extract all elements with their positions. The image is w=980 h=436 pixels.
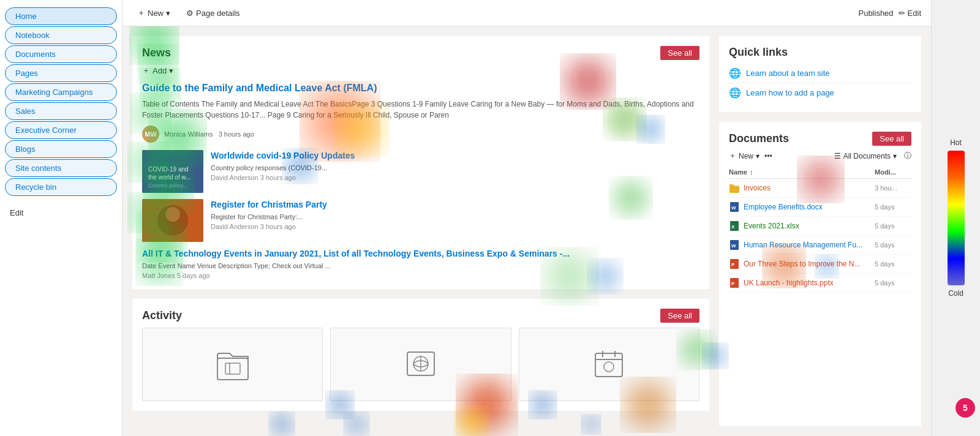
file-icon-5: P xyxy=(729,277,740,288)
list-icon: ☰ xyxy=(834,152,841,160)
docs-info-icon[interactable]: ⓘ xyxy=(904,151,911,161)
news-thumb-1 xyxy=(142,199,203,242)
news-item-title-0[interactable]: Worldwide covid-19 Policy Updates xyxy=(211,150,699,161)
quick-link-item-1[interactable]: 🌐Learn how to add a page xyxy=(729,83,911,102)
content-area: News See all ＋ Add ▾ Guide to the Family… xyxy=(123,26,931,436)
right-column: Quick links 🌐Learn about a team site🌐Lea… xyxy=(719,36,921,426)
documents-section: Documents See all ＋ New ▾ ••• ☰ All Docu… xyxy=(719,122,921,426)
news-item-meta-1: David Anderson 3 hours ago xyxy=(211,223,699,230)
quick-links-title: Quick links xyxy=(729,46,788,59)
svg-text:P: P xyxy=(731,281,735,287)
chevron-down-icon: ▾ xyxy=(756,152,760,160)
sidebar-edit-link[interactable]: Edit xyxy=(0,205,122,221)
page-details-button[interactable]: ⚙ Page details xyxy=(181,6,245,20)
activity-card-1 xyxy=(142,328,323,401)
left-column: News See all ＋ Add ▾ Guide to the Family… xyxy=(132,36,709,426)
featured-article-title[interactable]: Guide to the Family and Medical Leave Ac… xyxy=(142,82,699,95)
sidebar-item-sales[interactable]: Sales xyxy=(5,102,117,120)
pencil-icon: ✏ xyxy=(899,9,905,18)
docs-col-name[interactable]: Name ↕ xyxy=(729,168,875,176)
file-modified-5: 5 days xyxy=(875,279,911,287)
news-item-title-1[interactable]: Register for Christmas Party xyxy=(211,199,699,210)
globe-icon: 🌐 xyxy=(729,67,741,79)
file-icon-0 xyxy=(729,182,740,194)
docs-row-2[interactable]: X Events 2021.xlsx 5 days xyxy=(729,217,911,236)
svg-text:W: W xyxy=(731,205,736,211)
file-modified-1: 5 days xyxy=(875,203,911,211)
quick-link-label: Learn about a team site xyxy=(746,69,830,78)
file-modified-4: 5 days xyxy=(875,260,911,268)
plus-icon: ＋ xyxy=(137,7,145,18)
chevron-down-icon: ▾ xyxy=(166,9,170,18)
file-name-2: Events 2021.xlsx xyxy=(744,222,875,230)
docs-row-3[interactable]: W Human Resource Management Fu... 5 days xyxy=(729,236,911,255)
legend-badge[interactable]: 5 xyxy=(956,398,975,418)
activity-section: Activity See all xyxy=(132,299,709,411)
sidebar-item-executive-corner[interactable]: Executive Corner xyxy=(5,121,117,139)
file-modified-3: 5 days xyxy=(875,241,911,249)
sidebar-item-recycle-bin[interactable]: Recycle bin xyxy=(5,178,117,196)
news-thumb-0: COVID-19 andthe world of w...Country pol… xyxy=(142,150,203,193)
svg-text:W: W xyxy=(731,243,736,249)
sidebar-item-site-contents[interactable]: Site contents xyxy=(5,159,117,177)
docs-col-modified: Modi... xyxy=(875,168,911,176)
author-name: Monica Williams xyxy=(164,130,213,138)
docs-row-5[interactable]: P UK Launch - highlights.pptx 5 days xyxy=(729,274,911,293)
sidebar-item-pages[interactable]: Pages xyxy=(5,64,117,82)
file-name-1: Employee Benefits.docx xyxy=(744,203,875,211)
svg-text:Country policy...: Country policy... xyxy=(148,182,187,189)
svg-text:P: P xyxy=(731,262,735,268)
quick-links-list: 🌐Learn about a team site🌐Learn how to ad… xyxy=(729,64,911,102)
documents-header: Documents See all xyxy=(729,132,911,146)
gear-icon: ⚙ xyxy=(186,9,194,18)
legend-cold-label: Cold xyxy=(948,289,963,298)
svg-rect-51 xyxy=(729,186,739,193)
sidebar-item-blogs[interactable]: Blogs xyxy=(5,140,117,158)
news-item-text-0: Worldwide covid-19 Policy Updates Countr… xyxy=(211,150,699,182)
docs-list: Name ↕ Modi... Invoices 3 hou... W Emplo… xyxy=(729,166,911,293)
news-item-meta-0: David Anderson 3 hours ago xyxy=(211,174,699,181)
documents-title: Documents xyxy=(729,132,789,145)
svg-rect-41 xyxy=(225,363,240,374)
sidebar: HomeNotebookDocumentsPagesMarketing Camp… xyxy=(0,0,123,436)
news-item-desc-2: Date Event Name Venue Description Type; … xyxy=(142,261,699,271)
news-item-title-2[interactable]: All IT & Technology Events in January 20… xyxy=(142,248,699,259)
docs-row-1[interactable]: W Employee Benefits.docx 5 days xyxy=(729,198,911,217)
documents-see-all-button[interactable]: See all xyxy=(872,132,911,146)
news-title: News xyxy=(142,47,171,59)
sidebar-item-marketing-campaigns[interactable]: Marketing Campaigns xyxy=(5,83,117,101)
docs-new-button[interactable]: ＋ New ▾ xyxy=(729,151,760,161)
svg-rect-46 xyxy=(595,353,622,377)
legend-hot-label: Hot xyxy=(950,138,962,147)
activity-cards xyxy=(142,328,699,401)
quick-link-label: Learn how to add a page xyxy=(746,88,834,97)
published-status: Published xyxy=(858,9,893,18)
heatmap-legend: Hot Cold 5 xyxy=(931,0,980,436)
docs-view-button[interactable]: ☰ All Documents ▾ xyxy=(834,152,897,160)
sort-icon: ↕ xyxy=(750,168,753,176)
svg-text:COVID-19 and: COVID-19 and xyxy=(148,166,189,173)
docs-row-0[interactable]: Invoices 3 hou... xyxy=(729,179,911,198)
news-see-all-button[interactable]: See all xyxy=(660,46,699,60)
svg-text:the world of w...: the world of w... xyxy=(148,174,190,181)
featured-article: Guide to the Family and Medical Leave Ac… xyxy=(142,82,699,143)
folder-icon xyxy=(214,346,251,383)
quick-link-item-0[interactable]: 🌐Learn about a team site xyxy=(729,64,911,83)
quick-links-header: Quick links xyxy=(729,46,911,59)
sidebar-item-home[interactable]: Home xyxy=(5,7,117,25)
news-item-desc-0: Country policy responses (COVID-19... xyxy=(211,164,699,173)
news-item-0: COVID-19 andthe world of w...Country pol… xyxy=(142,150,699,193)
news-section: News See all ＋ Add ▾ Guide to the Family… xyxy=(132,36,709,289)
edit-button[interactable]: ✏ Edit xyxy=(899,9,921,18)
activity-header: Activity See all xyxy=(142,309,699,323)
activity-see-all-button[interactable]: See all xyxy=(660,309,699,323)
docs-row-4[interactable]: P Our Three Steps to Improve the N... 5 … xyxy=(729,255,911,274)
file-name-3: Human Resource Management Fu... xyxy=(744,241,875,249)
sidebar-item-documents[interactable]: Documents xyxy=(5,45,117,63)
new-button[interactable]: ＋ New ▾ xyxy=(132,5,175,21)
web-page-icon xyxy=(402,346,439,383)
sidebar-item-notebook[interactable]: Notebook xyxy=(5,26,117,44)
chevron-down-icon: ▾ xyxy=(893,152,897,160)
docs-more-icon[interactable]: ••• xyxy=(764,152,772,160)
news-add-button[interactable]: ＋ Add ▾ xyxy=(142,65,699,76)
